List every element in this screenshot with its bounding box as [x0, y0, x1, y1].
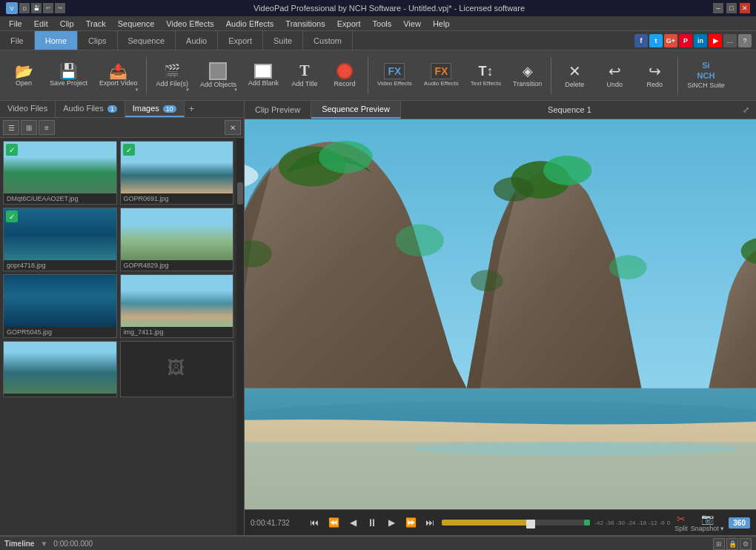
- list-item[interactable]: img_7411.jpg: [120, 274, 234, 338]
- rewind-button[interactable]: ◀: [345, 515, 360, 530]
- add-files-button[interactable]: 🎬 Add File(s): [150, 54, 193, 97]
- panel-tool-4[interactable]: ✕: [225, 120, 241, 135]
- undo-button[interactable]: ↩ Undo: [595, 54, 634, 97]
- scrub-end: [584, 520, 590, 526]
- record-button[interactable]: Record: [325, 54, 364, 97]
- transition-icon: ◈: [523, 63, 533, 79]
- add-blank-button[interactable]: Add Blank: [243, 54, 284, 97]
- add-objects-button[interactable]: Add Objects: [195, 54, 242, 97]
- tab-sequence[interactable]: Sequence: [118, 31, 176, 50]
- tab-audio[interactable]: Audio: [176, 31, 218, 50]
- maximize-button[interactable]: □: [726, 3, 737, 13]
- timeline-tool-3[interactable]: ⚙: [740, 538, 752, 550]
- add-media-tab[interactable]: +: [185, 101, 199, 117]
- add-title-icon: T: [299, 62, 309, 79]
- add-title-button[interactable]: T Add Title: [285, 54, 324, 97]
- nch-suite-button[interactable]: SiNCH SiNCH Suite: [682, 54, 730, 97]
- tab-home[interactable]: Home: [35, 31, 78, 50]
- list-item[interactable]: ✓ GOPR0691.jpg: [120, 141, 234, 205]
- menu-audio-effects[interactable]: Audio Effects: [220, 18, 280, 30]
- facebook-icon[interactable]: f: [634, 34, 648, 47]
- menu-file[interactable]: File: [3, 18, 28, 30]
- tab-custom[interactable]: Custom: [303, 31, 353, 50]
- timeline-dropdown[interactable]: ▼: [40, 540, 47, 548]
- menu-track[interactable]: Track: [80, 18, 112, 30]
- scrub-handle[interactable]: [526, 520, 535, 529]
- youtube-icon[interactable]: ▶: [709, 34, 722, 47]
- video-effects-button[interactable]: FX Video Effects: [372, 54, 417, 97]
- separator-4: [677, 57, 678, 94]
- redo-button[interactable]: ↪ Redo: [635, 54, 674, 97]
- menu-export[interactable]: Export: [331, 18, 367, 30]
- list-item[interactable]: ✓ DMqt6CiUEAAO2ET.jpg: [3, 141, 117, 205]
- skip-start-button[interactable]: ⏮: [307, 515, 322, 530]
- text-effects-button[interactable]: T↕ Text Effects: [465, 54, 506, 97]
- tab-clip-preview[interactable]: Clip Preview: [245, 102, 311, 118]
- menu-tools[interactable]: Tools: [367, 18, 398, 30]
- timeline-tool-1[interactable]: ⊞: [713, 538, 725, 550]
- transition-button[interactable]: ◈ Transition: [508, 54, 547, 97]
- list-item[interactable]: 🖼: [120, 341, 234, 397]
- skip-end-button[interactable]: ⏭: [422, 515, 437, 530]
- tab-images[interactable]: Images 10: [125, 101, 185, 117]
- svg-point-14: [543, 156, 591, 185]
- btn-360[interactable]: 360: [729, 517, 750, 529]
- menu-help[interactable]: Help: [427, 18, 456, 30]
- snapshot-button[interactable]: 📷 Snapshot ▾: [691, 513, 725, 532]
- help-icon[interactable]: ?: [738, 34, 752, 47]
- media-thumb: [121, 208, 233, 260]
- menu-transitions[interactable]: Transitions: [279, 18, 331, 30]
- list-item[interactable]: [3, 341, 117, 397]
- open-button[interactable]: 📂 Open: [4, 54, 43, 97]
- close-button[interactable]: ✕: [740, 3, 750, 13]
- delete-button[interactable]: ✕ Delete: [555, 54, 594, 97]
- panel-tool-3[interactable]: ≡: [39, 120, 55, 135]
- panel-tool-1[interactable]: ☰: [3, 120, 19, 135]
- tab-audio-files[interactable]: Audio Files 1: [56, 101, 125, 117]
- tab-sequence-preview[interactable]: Sequence Preview: [311, 101, 401, 119]
- scrub-bar[interactable]: [442, 520, 590, 526]
- tab-suite[interactable]: Suite: [263, 31, 303, 50]
- menu-video-effects[interactable]: Video Effects: [160, 18, 219, 30]
- tab-file[interactable]: File: [0, 31, 35, 50]
- check-icon: ✓: [6, 211, 18, 222]
- panel-tool-2[interactable]: ⊞: [21, 120, 37, 135]
- preview-video-frame: [245, 119, 756, 509]
- app-icon-4[interactable]: ↩: [43, 3, 53, 13]
- tab-export[interactable]: Export: [218, 31, 263, 50]
- export-label: Export Video: [99, 80, 137, 87]
- google-icon[interactable]: G+: [664, 34, 677, 47]
- export-video-button[interactable]: 📤 Export Video: [94, 54, 142, 97]
- linkedin-icon[interactable]: in: [694, 34, 707, 47]
- menu-edit[interactable]: Edit: [28, 18, 54, 30]
- pinterest-icon[interactable]: P: [679, 34, 692, 47]
- pause-button[interactable]: ⏸: [365, 515, 379, 530]
- timeline-header: Timeline ▼ 0:00:00.000 ⊞ 🔒 ⚙: [0, 537, 756, 550]
- twitter-icon[interactable]: t: [649, 34, 663, 47]
- audio-levels: -42-36-30-24-18-12-60: [594, 520, 670, 526]
- timeline-tool-2[interactable]: 🔒: [726, 538, 738, 550]
- app-icon-5[interactable]: ↪: [55, 3, 65, 13]
- maximize-preview-button[interactable]: ⤢: [738, 102, 753, 117]
- scrollbar-v[interactable]: [236, 138, 244, 535]
- menu-sequence[interactable]: Sequence: [112, 18, 161, 30]
- media-name: gopr4718.jpg: [4, 260, 116, 271]
- list-item[interactable]: GOPR5045.jpg: [3, 274, 117, 338]
- minimize-button[interactable]: –: [713, 3, 723, 13]
- svg-point-22: [413, 442, 735, 455]
- play-button[interactable]: ▶: [384, 515, 399, 530]
- list-item[interactable]: GOPR4829.jpg: [120, 208, 234, 271]
- open-icon: 📂: [15, 64, 33, 79]
- tab-video-files[interactable]: Video Files: [0, 101, 56, 117]
- scrollbar-thumb[interactable]: [237, 182, 243, 205]
- menu-view[interactable]: View: [397, 18, 427, 30]
- save-project-button[interactable]: 💾 Save Project: [44, 54, 93, 97]
- audio-effects-button[interactable]: FX Audio Effects: [419, 54, 464, 97]
- split-button[interactable]: ✂ Split: [674, 513, 688, 532]
- next-frame-button[interactable]: ⏩: [403, 515, 418, 530]
- menu-clip[interactable]: Clip: [54, 18, 80, 30]
- more-social-icon[interactable]: …: [723, 34, 737, 47]
- list-item[interactable]: ✓ gopr4718.jpg: [3, 208, 117, 271]
- tab-clips[interactable]: Clips: [78, 31, 117, 50]
- prev-frame-button[interactable]: ⏪: [326, 515, 341, 530]
